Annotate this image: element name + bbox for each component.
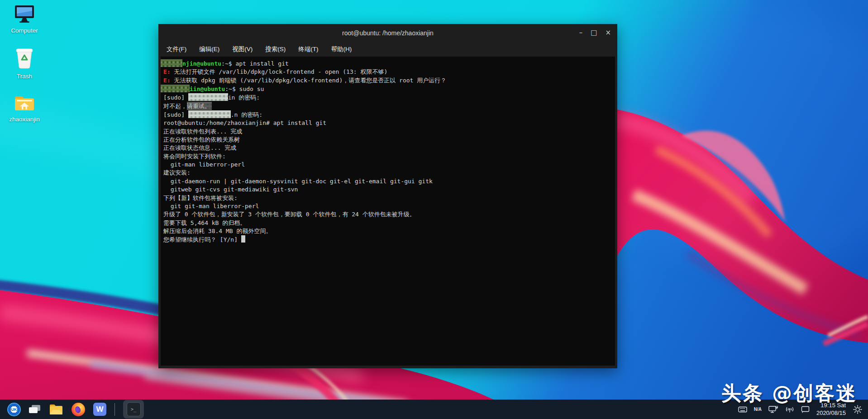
minimize-button[interactable]: – [579, 29, 583, 36]
watermark-text: 头条 @创客迷 [721, 380, 857, 407]
terminal-text: 下列【新】软件包将被安装: [163, 195, 238, 201]
window-title: root@ubuntu: /home/zhaoxianjin [158, 29, 617, 37]
menu-item[interactable]: 帮助(H) [331, 45, 352, 53]
desktop-icon-home-folder[interactable]: zhaoxianjin [9, 93, 40, 123]
terminal-line: 下列【新】软件包将被安装: [163, 194, 612, 202]
menu-item[interactable]: 终端(T) [298, 45, 318, 53]
wps-label: W [96, 405, 103, 414]
desktop-icon-computer[interactable]: Computer [11, 5, 38, 34]
terminal-line: git git-man liberror-perl [163, 202, 612, 210]
terminal-text: root@ubuntu:/home/zhaoxianjin# apt insta… [163, 119, 326, 126]
terminal-text: :~$ apt install git [221, 60, 289, 67]
close-button[interactable]: × [605, 29, 611, 36]
maximize-button[interactable]: □ [591, 29, 597, 36]
terminal-app-icon: >_ [127, 402, 141, 416]
terminal-cursor [241, 235, 245, 243]
terminal-text: :~$ sudo su [225, 86, 264, 92]
desktop-icon-label: zhaoxianjin [9, 116, 40, 123]
menu-item[interactable]: 文件(F) [167, 45, 186, 53]
terminal-text: iin@ubuntu [190, 86, 225, 92]
censor-mosaic [161, 59, 182, 67]
terminal-text: 无法打开锁文件 /var/lib/dpkg/lock-frontend - op… [171, 68, 388, 75]
terminal-line: 升级了 0 个软件包，新安装了 3 个软件包，要卸载 0 个软件包，有 24 个… [163, 210, 612, 219]
terminal-text: 无法获取 dpkg 前端锁 (/var/lib/dpkg/lock-fronte… [171, 77, 447, 84]
terminal-text: 对不起， [163, 103, 187, 110]
terminal-text: 升级了 0 个软件包，新安装了 3 个软件包，要卸载 0 个软件包，有 24 个… [163, 211, 415, 218]
terminal-line: E: 无法打开锁文件 /var/lib/dpkg/lock-frontend -… [163, 68, 612, 76]
terminal-text: in 的密码: [228, 94, 260, 101]
terminal-line: git-man liberror-perl [163, 161, 612, 169]
terminal-line: 建议安装: [163, 169, 612, 177]
ukui-launcher-icon[interactable]: UK [7, 403, 21, 416]
menu-item[interactable]: 视图(V) [232, 45, 253, 53]
launcher-label: UK [7, 403, 21, 416]
terminal-output: njin@ubuntu:~$ apt install gitE: 无法打开锁文件… [163, 59, 612, 244]
menu-item[interactable]: 编辑(E) [199, 45, 219, 53]
terminal-text: git git-man liberror-perl [163, 203, 259, 210]
terminal-text: 需要下载 5,464 kB 的归档。 [163, 219, 246, 226]
terminal-text: git-man liberror-perl [163, 161, 245, 168]
trash-can-icon [14, 48, 35, 69]
terminal-line: iin@ubuntu:~$ sudo su [163, 85, 612, 93]
file-manager-icon[interactable] [49, 403, 63, 415]
terminal-line: 将会同时安装下列软件: [163, 152, 612, 161]
taskbar-separator [114, 403, 115, 416]
window-controls: – □ × [579, 29, 617, 36]
terminal-text: 您希望继续执行吗？ [Y/n] [163, 236, 241, 243]
clock-date: 2020/08/15 [816, 409, 846, 417]
desktop-icon-list: Computer Trash zhaoxianjin [0, 5, 49, 123]
window-switcher-icon[interactable] [29, 405, 41, 414]
terminal-line: E: 无法获取 dpkg 前端锁 (/var/lib/dpkg/lock-fro… [163, 76, 612, 85]
terminal-text: git-daemon-run | git-daemon-sysvinit git… [163, 178, 433, 185]
terminal-text: [sudo] [163, 111, 188, 118]
terminal-line: 正在分析软件包的依赖关系树 [163, 136, 612, 144]
censor-mosaic [188, 93, 228, 101]
terminal-window: root@ubuntu: /home/zhaoxianjin – □ × 文件(… [158, 24, 617, 368]
terminal-line: [sudo] .n 的密码: [163, 110, 612, 119]
desktop-icon-label: Trash [17, 73, 32, 80]
desktop-icon-label: Computer [11, 27, 38, 34]
terminal-text: njin@ubuntu [182, 60, 221, 67]
terminal-text: 正在读取软件包列表... 完成 [163, 128, 242, 135]
battery-status[interactable]: N/A [754, 407, 762, 412]
terminal-text: [sudo] [163, 94, 188, 101]
terminal-line: 正在读取软件包列表... 完成 [163, 128, 612, 136]
terminal-text: 正在分析软件包的依赖关系树 [163, 136, 240, 143]
terminal-text: 将会同时安装下列软件: [163, 153, 226, 160]
terminal-line: git-daemon-run | git-daemon-sysvinit git… [163, 177, 612, 186]
terminal-text: 解压缩后会消耗 38.4 MB 的额外空间。 [163, 228, 272, 234]
terminal-line: [sudo] in 的密码: [163, 93, 612, 102]
terminal-text: 请重试。 [187, 103, 210, 110]
home-folder-icon [13, 93, 36, 112]
terminal-text: .n 的密码: [231, 111, 262, 118]
taskbar-terminal-active[interactable]: >_ [123, 400, 144, 419]
censor-mosaic [188, 110, 231, 118]
terminal-content[interactable]: njin@ubuntu:~$ apt install gitE: 无法打开锁文件… [161, 57, 615, 366]
terminal-line: 对不起，请重试。 [163, 102, 612, 110]
terminal-line: root@ubuntu:/home/zhaoxianjin# apt insta… [163, 119, 612, 127]
menu-item[interactable]: 搜索(S) [265, 45, 286, 53]
desktop-icon-trash[interactable]: Trash [14, 48, 35, 80]
wps-office-icon[interactable]: W [93, 403, 106, 416]
terminal-text: gitweb git-cvs git-mediawiki git-svn [163, 186, 298, 193]
firefox-icon[interactable] [72, 403, 85, 416]
terminal-line: gitweb git-cvs git-mediawiki git-svn [163, 186, 612, 194]
computer-monitor-icon [13, 5, 36, 24]
terminal-line: 正在读取状态信息... 完成 [163, 144, 612, 152]
terminal-text: 建议安装: [163, 169, 191, 176]
terminal-line: 需要下载 5,464 kB 的归档。 [163, 219, 612, 227]
terminal-titlebar[interactable]: root@ubuntu: /home/zhaoxianjin – □ × [158, 24, 617, 42]
menu-bar: 文件(F)编辑(E)视图(V)搜索(S)终端(T)帮助(H) [158, 42, 617, 57]
terminal-text: E: [163, 68, 171, 75]
terminal-line: njin@ubuntu:~$ apt install git [163, 59, 612, 68]
terminal-line: 您希望继续执行吗？ [Y/n] [163, 235, 612, 244]
taskbar-launchers: UK W >_ [0, 400, 144, 419]
terminal-text: E: [163, 77, 171, 84]
keyboard-icon[interactable] [738, 406, 747, 413]
terminal-line: 解压缩后会消耗 38.4 MB 的额外空间。 [163, 227, 612, 235]
censor-mosaic [161, 85, 190, 92]
terminal-text: 正在读取状态信息... 完成 [163, 144, 236, 151]
